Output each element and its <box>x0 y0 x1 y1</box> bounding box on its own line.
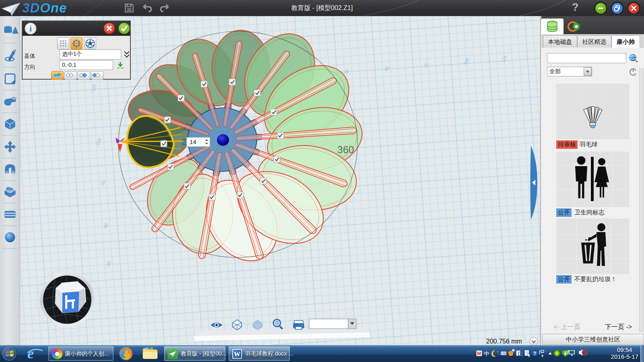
svg-text:e: e <box>27 347 34 360</box>
svg-text:M: M <box>477 351 481 356</box>
svg-text:中: 中 <box>484 351 489 357</box>
svg-text:?: ? <box>533 350 536 356</box>
svg-text:360: 360 <box>337 144 354 155</box>
svg-text:W: W <box>234 351 240 358</box>
svg-text:°,: °, <box>497 351 500 355</box>
